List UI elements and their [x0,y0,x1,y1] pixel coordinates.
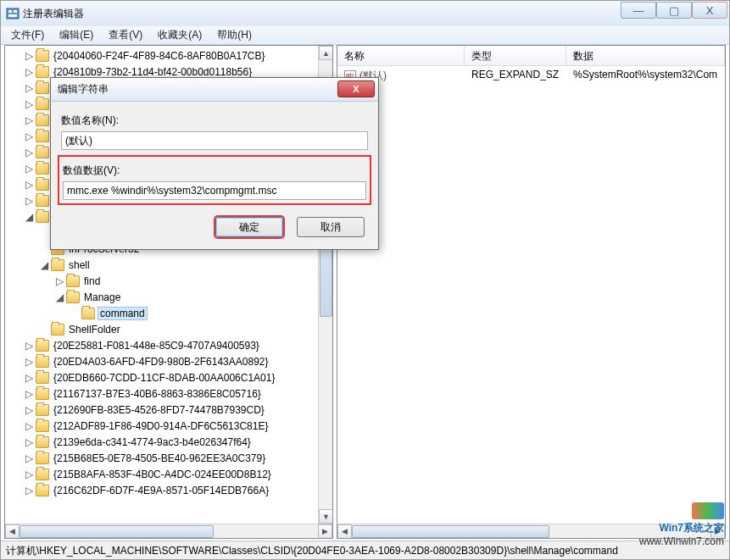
tree-item[interactable]: ▷{215B68E5-0E78-4505-BE40-962EE3A0C379} [7,450,332,466]
expand-icon[interactable]: ▷ [22,49,36,63]
scroll-right-button[interactable]: ▶ [318,524,332,539]
close-button[interactable]: X [692,2,727,19]
col-name[interactable]: 名称 [337,46,465,65]
expand-icon[interactable]: ▷ [22,194,36,208]
expand-icon[interactable]: ▷ [22,435,36,449]
menu-file[interactable]: 文件(F) [4,26,51,44]
expand-icon[interactable]: ▷ [22,178,36,191]
tree-label: {212ADF89-1F86-49D0-914A-DF6C5613C81E} [52,420,270,432]
tree-item[interactable]: ▷find [7,273,332,289]
tree-item[interactable]: ▷{212ADF89-1F86-49D0-914A-DF6C5613C81E} [7,418,332,434]
value-name-input[interactable] [61,131,368,150]
svg-rect-3 [8,14,17,17]
expand-icon[interactable]: ▷ [22,162,36,175]
expand-icon[interactable] [37,226,51,240]
menu-view[interactable]: 查看(V) [102,26,149,44]
tree-label: {20ED4A03-6AFD-4FD9-980B-2F6143AA0892} [52,356,270,368]
expand-icon[interactable]: ▷ [22,419,36,433]
tree-item[interactable]: ▷{20E25881-F081-448e-85C9-4707A9400593} [7,337,332,353]
menu-edit[interactable]: 编辑(E) [53,26,100,44]
dialog-close-button[interactable]: X [337,80,375,97]
tree-label: find [82,275,102,287]
scroll-up-button[interactable]: ▲ [319,46,333,60]
folder-icon [51,324,64,335]
expand-icon[interactable]: ▷ [22,81,36,95]
statusbar: 计算机\HKEY_LOCAL_MACHINE\SOFTWARE\Classes\… [1,541,729,559]
list-horizontal-scrollbar[interactable]: ◀ ▶ [337,524,725,538]
col-type[interactable]: 类型 [465,46,566,65]
value-data-input[interactable] [63,181,366,200]
tree-label: ShellFolder [67,324,122,335]
expand-icon[interactable]: ▷ [22,355,36,369]
tree-item[interactable]: ◢shell [7,257,332,273]
tree-item[interactable]: ▷{21167137-B7E3-40B6-8863-8386E8C05716} [7,385,332,402]
tree-item[interactable]: ▷{20ED4A03-6AFD-4FD9-980B-2F6143AA0892} [7,353,332,369]
expand-icon[interactable]: ▷ [22,130,36,143]
value-data: %SystemRoot%\system32\Com [566,69,725,83]
expand-icon[interactable]: ▷ [22,387,36,401]
tree-label: {215B8AFA-853F-4B0C-A4DC-024EE00D8B12} [52,469,273,480]
value-name-label: 数值名称(N): [61,114,368,128]
tree-item[interactable]: ▷{216C62DF-6D7F-4E9A-8571-05F14EDB766A} [7,482,332,498]
tree-label: {216C62DF-6D7F-4E9A-8571-05F14EDB766A} [52,485,270,496]
menubar: 文件(F) 编辑(E) 查看(V) 收藏夹(A) 帮助(H) [1,26,729,45]
expand-icon[interactable]: ▷ [22,339,36,352]
expand-icon[interactable] [68,307,81,320]
folder-icon [36,50,49,62]
dialog-title: 编辑字符串 [58,82,109,97]
expand-icon[interactable]: ▷ [22,146,36,159]
titlebar[interactable]: 注册表编辑器 — ▢ X [1,1,729,26]
menu-help[interactable]: 帮助(H) [210,26,259,44]
expand-icon[interactable]: ▷ [22,97,36,111]
list-row[interactable]: (默认) REG_EXPAND_SZ %SystemRoot%\system32… [337,66,725,86]
expand-icon[interactable]: ◢ [22,210,36,224]
tree-item[interactable]: ▷{212690FB-83E5-4526-8FD7-74478B7939CD} [7,402,332,418]
ok-button[interactable]: 确定 [215,217,283,237]
hscroll-thumb[interactable] [20,525,214,538]
expand-icon[interactable]: ▷ [22,114,36,127]
tree-item[interactable]: ◢Manage [7,289,332,305]
expand-icon[interactable]: ▷ [22,452,36,465]
expand-icon[interactable]: ▷ [22,484,36,497]
tree-item[interactable]: command [7,305,332,321]
list-header: 名称 类型 数据 [337,46,725,66]
folder-icon [36,130,49,142]
highlight-box: 数值数据(V): [58,155,371,205]
tree-label: {21167137-B7E3-40B6-8863-8386E8C05716} [52,388,263,400]
maximize-button[interactable]: ▢ [656,2,692,19]
expand-icon[interactable]: ▷ [22,403,36,417]
expand-icon[interactable]: ▷ [22,65,36,79]
tree-item[interactable]: ShellFolder [7,321,332,337]
hscroll-thumb[interactable] [352,525,549,538]
tree-item[interactable]: ▷{2139e6da-c341-4774-9ac3-b4e026347f64} [7,434,332,450]
menu-favorites[interactable]: 收藏夹(A) [151,26,209,44]
folder-icon [66,291,80,303]
expand-icon[interactable]: ▷ [22,468,36,481]
tree-label: {2139e6da-c341-4774-9ac3-b4e026347f64} [52,436,253,448]
app-icon [6,7,20,20]
tree-item[interactable]: ▷{20EDB660-7CDD-11CF-8DAB-00AA006C1A01} [7,369,332,385]
expand-icon[interactable]: ▷ [53,274,66,288]
edit-string-dialog: 编辑字符串 X 数值名称(N): 数值数据(V): 确定 取消 [50,77,379,250]
scroll-down-button[interactable]: ▼ [319,509,333,524]
expand-icon[interactable] [37,323,51,336]
dialog-titlebar[interactable]: 编辑字符串 X [51,78,378,102]
svg-rect-2 [14,10,17,13]
scroll-right-button[interactable]: ▶ [710,524,725,539]
expand-icon[interactable] [37,242,51,256]
expand-icon[interactable]: ◢ [53,291,66,304]
cancel-button[interactable]: 取消 [297,217,365,237]
folder-icon [36,147,49,158]
tree-item[interactable]: ▷{20404060-F24F-4F89-84C6-8AF80B0A17CB} [7,47,332,64]
folder-icon [36,179,49,191]
tree-horizontal-scrollbar[interactable]: ◀ ▶ [5,524,332,538]
scroll-left-button[interactable]: ◀ [337,524,352,539]
scroll-left-button[interactable]: ◀ [5,524,20,539]
expand-icon[interactable]: ◢ [37,258,51,272]
tree-item[interactable]: ▷{215B8AFA-853F-4B0C-A4DC-024EE00D8B12} [7,466,332,482]
minimize-button[interactable]: — [621,2,656,19]
folder-icon [36,340,49,352]
col-data[interactable]: 数据 [566,46,725,65]
list-pane[interactable]: 名称 类型 数据 (默认) REG_EXPAND_SZ %SystemRoot%… [337,45,726,539]
expand-icon[interactable]: ▷ [22,371,36,385]
